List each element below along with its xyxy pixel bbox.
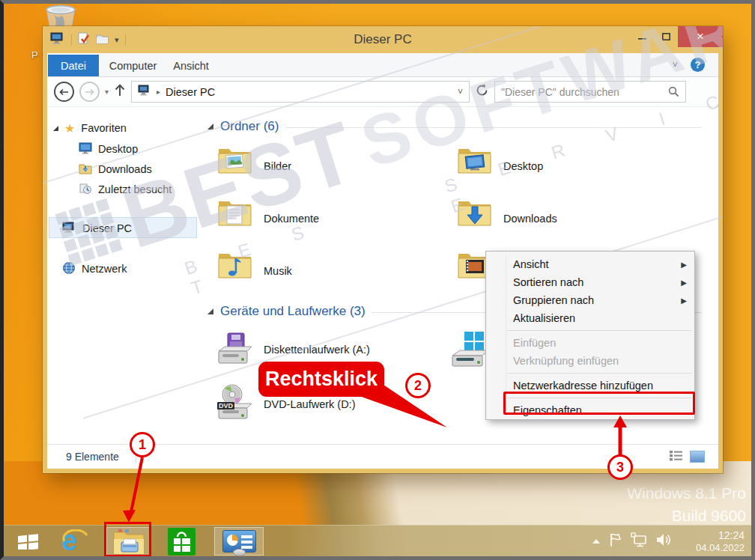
menu-item-gruppieren-nach[interactable]: Gruppieren nach▶ [486, 291, 694, 309]
mouse-glyph [233, 549, 246, 556]
location-icon [138, 85, 151, 99]
drive-label[interactable]: Diskettenlaufwerk (A:) [264, 344, 370, 356]
quick-access-toolbar: ▾ [50, 31, 126, 48]
tab-ansicht[interactable]: Ansicht [167, 55, 215, 76]
new-folder-icon[interactable] [96, 33, 109, 47]
folder-label[interactable]: Musik [264, 265, 292, 277]
system-tray [591, 526, 673, 557]
tab-computer[interactable]: Computer [105, 55, 161, 76]
recent-places-icon [79, 183, 92, 197]
start-button[interactable] [18, 533, 39, 553]
tray-time: 12:24 [676, 529, 745, 542]
folder-label[interactable]: Downloads [503, 213, 557, 225]
tab-datei[interactable]: Datei [48, 55, 99, 76]
folder-downloads-icon[interactable] [457, 197, 492, 227]
menu-separator [507, 373, 692, 374]
large-icons-view-icon[interactable] [690, 451, 705, 463]
highlight-box-explorer-taskbar [104, 522, 151, 557]
ribbon-expand-icon[interactable]: ˅ [672, 59, 678, 70]
computer-icon [50, 32, 65, 48]
view-toggle-buttons [669, 450, 705, 464]
navigation-bar: ▾ ▸ Dieser PC ˅ "Dieser PC" durchsuchen [47, 77, 718, 107]
group-header-ordner[interactable]: Ordner (6) [207, 119, 702, 134]
menu-item-sortieren-nach[interactable]: Sortieren nach▶ [486, 273, 694, 291]
menu-separator [507, 330, 692, 331]
dvd-drive-icon[interactable]: DVD [216, 384, 258, 420]
properties-icon[interactable] [78, 32, 90, 48]
qat-dropdown-icon[interactable]: ▾ [115, 35, 119, 45]
minimize-button[interactable] [630, 26, 654, 47]
item-count: 9 Elemente [66, 451, 119, 463]
group-title: Ordner (6) [220, 119, 279, 134]
folder-musik-icon[interactable] [217, 249, 252, 279]
breadcrumb-location[interactable]: Dieser PC [166, 86, 215, 98]
help-icon[interactable]: ? [691, 58, 705, 72]
toolbar-separator [71, 34, 72, 46]
navigation-pane: ★ Favoriten Desktop Downloads Zuletzt be… [47, 107, 198, 444]
folder-label[interactable]: Desktop [503, 160, 543, 172]
annotation-bubble: Rechtsklick [258, 362, 384, 397]
network-icon[interactable] [630, 532, 648, 551]
expand-triangle-icon[interactable] [53, 126, 58, 131]
toolbar-separator [125, 34, 126, 46]
sidebar-item-favoriten[interactable]: ★ Favoriten [53, 119, 127, 137]
windows-store-icon[interactable] [168, 528, 195, 556]
forward-button[interactable] [79, 82, 100, 102]
internet-explorer-icon[interactable]: e [61, 529, 91, 556]
details-view-icon[interactable] [669, 450, 683, 464]
collapse-triangle-icon[interactable] [207, 308, 213, 314]
maximize-button[interactable] [654, 26, 678, 47]
window-title: Dieser PC [43, 26, 723, 53]
tray-date: 04.04.2022 [676, 542, 745, 554]
up-button[interactable] [114, 84, 126, 100]
search-placeholder: "Dieser PC" durchsuchen [501, 86, 619, 98]
os-build-watermark: Windows 8.1 Pro Build 9600 [627, 482, 746, 527]
sidebar-item-label: Dieser PC [82, 222, 132, 234]
search-input[interactable]: "Dieser PC" durchsuchen [494, 81, 686, 103]
downloads-folder-icon [79, 162, 92, 177]
annotation-step-1: 1 [130, 432, 155, 457]
sidebar-item-label: Netzwerk [82, 263, 127, 275]
folder-bilder-icon[interactable] [217, 144, 252, 174]
volume-icon[interactable] [655, 532, 673, 551]
windows-drive-icon[interactable] [448, 330, 490, 366]
folder-label[interactable]: Bilder [264, 160, 291, 172]
sidebar-item-netzwerk[interactable]: Netzwerk [62, 260, 127, 278]
folder-label[interactable]: Dokumente [264, 213, 319, 225]
submenu-arrow-icon: ▶ [681, 279, 687, 287]
annotation-step-2: 2 [405, 373, 431, 398]
group-header-rule [285, 127, 702, 128]
menu-item-verknuepfung-einfuegen: Verknüpfung einfügen [486, 352, 694, 370]
sidebar-item-dieser-pc[interactable]: Dieser PC [62, 219, 132, 237]
submenu-arrow-icon: ▶ [681, 296, 687, 305]
history-dropdown-icon[interactable]: ▾ [105, 88, 109, 96]
sidebar-item-label: Favoriten [81, 122, 126, 134]
close-button[interactable]: × [678, 26, 723, 47]
annotation-step-3: 3 [607, 454, 633, 480]
folder-desktop-icon[interactable] [457, 144, 492, 174]
network-globe-icon [62, 261, 76, 277]
recycle-bin-label: P [31, 49, 38, 61]
pie-chart-glyph [227, 535, 238, 546]
search-icon [668, 86, 679, 97]
address-dropdown-icon[interactable]: ˅ [458, 87, 463, 97]
action-center-flag-icon[interactable] [608, 532, 623, 551]
breadcrumb-arrow-icon[interactable]: ▸ [157, 88, 160, 96]
sidebar-item-desktop[interactable]: Desktop [79, 140, 138, 158]
star-icon: ★ [64, 121, 75, 136]
address-bar[interactable]: ▸ Dieser PC ˅ [131, 81, 470, 103]
collapse-triangle-icon[interactable] [207, 124, 213, 130]
menu-item-aktualisieren[interactable]: Aktualisieren [486, 309, 694, 327]
menu-item-ansicht[interactable]: Ansicht▶ [486, 255, 694, 273]
taskbar-clock[interactable]: 12:24 04.04.2022 [676, 529, 745, 554]
sidebar-item-zuletzt-besucht[interactable]: Zuletzt besucht [79, 180, 172, 198]
sidebar-item-downloads[interactable]: Downloads [79, 160, 152, 178]
back-button[interactable] [54, 82, 74, 102]
refresh-button[interactable] [475, 83, 489, 100]
window-controls: × [630, 26, 723, 47]
folder-dokumente-icon[interactable] [217, 197, 252, 227]
sidebar-item-label: Desktop [98, 143, 138, 155]
floppy-drive-icon[interactable] [216, 332, 258, 368]
show-hidden-icons[interactable] [591, 535, 601, 548]
drive-label[interactable]: DVD-Laufwerk (D:) [264, 398, 355, 410]
